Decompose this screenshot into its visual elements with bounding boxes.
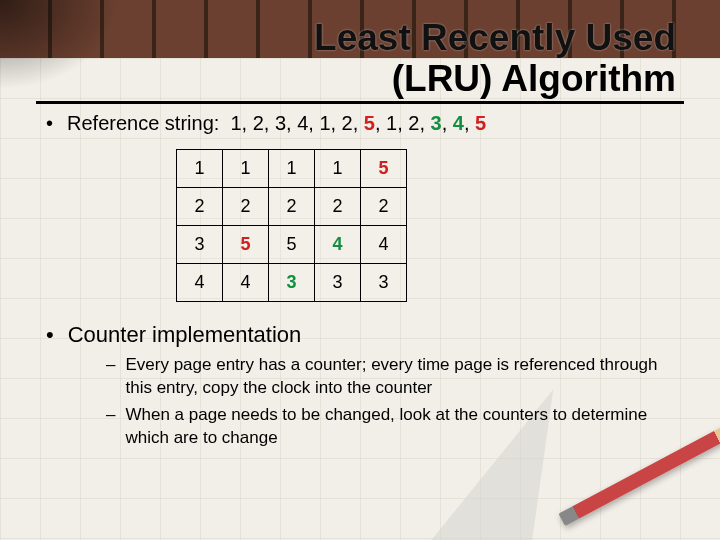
reference-string-row: • Reference string: 1, 2, 3, 4, 1, 2, 5,…	[46, 112, 684, 135]
table-cell: 1	[315, 150, 361, 188]
list-item-text: When a page needs to be changed, look at…	[125, 404, 666, 450]
reference-string-text: Reference string: 1, 2, 3, 4, 1, 2, 5, 1…	[67, 112, 486, 135]
table-cell: 1	[177, 150, 223, 188]
title-line-1: Least Recently Used	[314, 17, 676, 58]
table-cell: 2	[269, 188, 315, 226]
frame-table-wrap: 11115222223554444333	[176, 149, 684, 302]
table-cell: 3	[315, 264, 361, 302]
slide-content: Least Recently Used (LRU) Algorithm • Re…	[0, 0, 720, 450]
list-item-text: Every page entry has a counter; every ti…	[125, 354, 666, 400]
table-cell: 5	[223, 226, 269, 264]
table-cell: 4	[223, 264, 269, 302]
table-cell: 2	[177, 188, 223, 226]
table-cell: 3	[361, 264, 407, 302]
table-cell: 3	[177, 226, 223, 264]
title-underline	[36, 101, 684, 104]
slide-title: Least Recently Used (LRU) Algorithm	[36, 18, 684, 99]
table-row: 22222	[177, 188, 407, 226]
table-cell: 5	[361, 150, 407, 188]
list-item: – When a page needs to be changed, look …	[106, 404, 666, 450]
title-line-2: (LRU) Algorithm	[392, 58, 676, 99]
list-item: – Every page entry has a counter; every …	[106, 354, 666, 400]
dash-icon: –	[106, 354, 115, 377]
table-cell: 2	[361, 188, 407, 226]
bullet-icon: •	[46, 112, 53, 135]
table-cell: 5	[269, 226, 315, 264]
table-cell: 1	[269, 150, 315, 188]
table-cell: 4	[177, 264, 223, 302]
table-cell: 2	[315, 188, 361, 226]
table-row: 44333	[177, 264, 407, 302]
table-cell: 2	[223, 188, 269, 226]
table-row: 35544	[177, 226, 407, 264]
counter-heading-row: • Counter implementation	[46, 322, 684, 348]
table-row: 11115	[177, 150, 407, 188]
table-cell: 4	[361, 226, 407, 264]
bullet-icon: •	[46, 322, 54, 348]
counter-sublist: – Every page entry has a counter; every …	[106, 354, 666, 450]
dash-icon: –	[106, 404, 115, 427]
table-cell: 4	[315, 226, 361, 264]
counter-heading: Counter implementation	[68, 322, 302, 348]
table-cell: 3	[269, 264, 315, 302]
frame-table: 11115222223554444333	[176, 149, 407, 302]
table-cell: 1	[223, 150, 269, 188]
